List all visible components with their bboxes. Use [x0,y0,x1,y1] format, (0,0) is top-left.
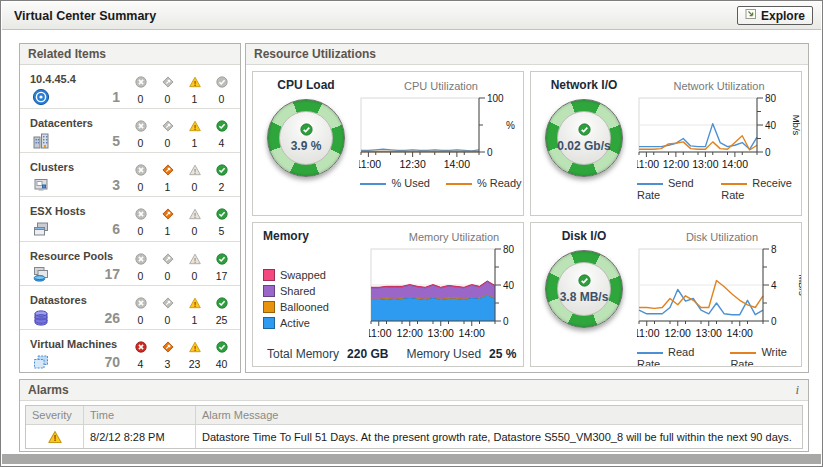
related-item-row-resource-pools[interactable]: Resource Pools1700!017 [20,242,240,286]
status-summary: 01!02 [127,164,235,193]
memory-used-value: 25 % [489,347,516,361]
disk-io-gauge[interactable]: 3.8 MB/s [545,250,623,328]
explore-button[interactable]: Explore [737,6,813,25]
cpu-gauge-column: CPU Load 3.9 % [253,72,359,215]
status-count: 0 [181,181,208,193]
status-count: 0 [154,270,181,282]
alarm-time: 8/2/12 8:28 PM [84,425,196,448]
status-critical[interactable]: 0 [154,76,181,105]
warning-status-icon: ! [189,122,201,134]
status-warning[interactable]: !0 [181,208,208,237]
svg-text:0: 0 [503,316,509,327]
status-count: 1 [154,225,181,237]
svg-text:0: 0 [487,147,493,158]
related-item-count: 5 [56,133,120,149]
status-warning[interactable]: !1 [181,297,208,326]
svg-text:11:00: 11:00 [359,158,381,170]
svg-text:MB/s: MB/s [797,274,802,296]
related-item-row-datacenters[interactable]: Datacenters500!14 [20,109,240,153]
alarms-rows: !8/2/12 8:28 PMDatastore Time To Full 51… [26,425,802,448]
status-critical[interactable]: 3 [154,341,181,370]
status-count: 3 [154,358,181,370]
related-item-row-clusters[interactable]: Clusters301!02 [20,153,240,197]
status-critical[interactable]: 0 [154,297,181,326]
status-fatal[interactable]: 0 [127,120,154,149]
status-fatal[interactable]: 0 [127,297,154,326]
status-fatal[interactable]: 0 [127,208,154,237]
memory-title: Memory [263,229,369,243]
status-fatal[interactable]: 0 [127,253,154,282]
info-icon[interactable]: i [795,380,799,400]
status-count: 1 [181,137,208,149]
status-normal[interactable]: 0 [208,76,235,105]
related-items-panel: Related Items 10.4.45.4100!10Datacenters… [19,43,241,373]
status-critical[interactable]: 0 [154,253,181,282]
status-critical[interactable]: 1 [154,164,181,193]
status-normal[interactable]: 25 [208,297,235,326]
datastore-icon [32,309,50,327]
svg-text:0: 0 [765,147,771,158]
status-critical[interactable]: 0 [154,120,181,149]
svg-text:14:00: 14:00 [727,327,753,339]
status-warning[interactable]: !0 [181,253,208,282]
status-warning[interactable]: !23 [181,341,208,370]
status-fatal[interactable]: 0 [127,76,154,105]
warning-status-icon: ! [189,343,201,355]
status-warning[interactable]: !1 [181,76,208,105]
virtual-center-summary-window: Virtual Center Summary Explore Related I… [0,0,823,467]
status-summary: 00!125 [127,297,235,326]
related-item-row-virtual-machines[interactable]: Virtual Machines7043!2340 [20,330,240,373]
alarms-panel: Alarms i Severity Time Alarm Message !8/… [19,379,809,452]
fatal-status-icon [135,343,147,355]
network-gauge-column: Network I/O 0.02 Gb/s [531,72,637,215]
status-warning[interactable]: !0 [181,164,208,193]
related-item-row-10-4-45-4[interactable]: 10.4.45.4100!10 [20,65,240,109]
status-count: 0 [208,93,235,105]
status-normal[interactable]: 40 [208,341,235,370]
related-item-row-esx-hosts[interactable]: ESX Hosts601!05 [20,197,240,241]
status-critical[interactable]: 1 [154,208,181,237]
normal-status-icon [216,122,228,134]
resource-utilizations-header: Resource Utilizations [246,44,808,65]
cpu-load-gauge[interactable]: 3.9 % [267,99,345,177]
network-io-gauge[interactable]: 0.02 Gb/s [545,99,623,177]
alarms-header: Alarms i [20,380,808,401]
normal-status-icon [216,255,228,267]
svg-text:40: 40 [503,280,515,291]
fatal-status-icon [135,299,147,311]
status-count: 1 [181,93,208,105]
status-summary: 01!05 [127,208,235,237]
cpu-load-title: CPU Load [253,78,359,92]
status-normal[interactable]: 17 [208,253,235,282]
related-item-count: 6 [56,221,120,237]
disk-gauge-column: Disk I/O 3.8 MB/s [531,223,637,366]
related-item-row-datastores[interactable]: Datastores2600!125 [20,286,240,330]
status-normal[interactable]: 2 [208,164,235,193]
critical-status-icon [162,343,174,355]
legend-color-swatch [263,285,275,297]
network-status-normal-icon [578,123,591,138]
svg-text:100: 100 [487,93,504,104]
status-normal[interactable]: 4 [208,120,235,149]
svg-text:40: 40 [765,120,777,131]
cpu-load-quadrant: CPU Load 3.9 % CPU Utilization 0100%11:0… [252,71,524,216]
status-fatal[interactable]: 4 [127,341,154,370]
related-item-label: Resource Pools [30,250,113,262]
fatal-status-icon [135,166,147,178]
legend-label: Shared [280,285,315,297]
status-count: 23 [181,358,208,370]
status-count: 5 [208,225,235,237]
alarm-row[interactable]: !8/2/12 8:28 PMDatastore Time To Full 51… [26,425,802,448]
related-item-label: Virtual Machines [30,338,117,350]
legend-color-swatch [263,317,275,329]
legend-item-ballooned: Ballooned [263,301,369,313]
status-fatal[interactable]: 0 [127,164,154,193]
status-normal[interactable]: 5 [208,208,235,237]
legend-item-used: % Used [360,177,430,189]
normal-status-icon [216,343,228,355]
legend-line-swatch [730,352,756,354]
svg-text:8: 8 [771,244,777,255]
status-warning[interactable]: !1 [181,120,208,149]
legend-line-swatch [637,352,663,354]
legend-item-read-rate: Read Rate [637,346,714,367]
